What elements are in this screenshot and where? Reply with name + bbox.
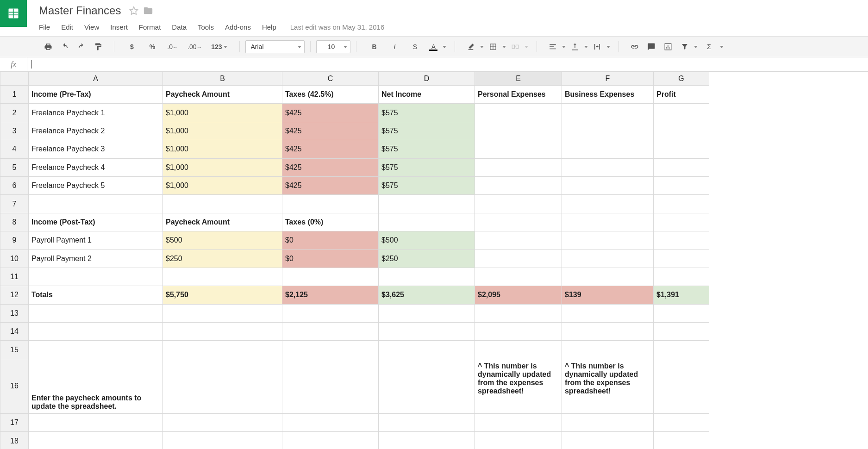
cell[interactable] [379,341,475,359]
cell[interactable]: $5,750 [163,286,282,304]
cell[interactable] [475,268,562,286]
cell[interactable] [562,104,654,122]
cell[interactable]: ^ This number is dynamically updated fro… [475,359,562,413]
insert-chart-icon[interactable] [661,40,675,53]
cell[interactable]: Payroll Payment 2 [29,249,163,268]
cell[interactable] [379,432,475,449]
cell[interactable]: Payroll Payment 1 [29,231,163,249]
cell[interactable] [29,323,163,341]
cell[interactable] [654,304,709,322]
col-header-B[interactable]: B [163,72,282,86]
cell[interactable]: Paycheck Amount [163,86,282,104]
cell[interactable]: $2,095 [475,286,562,304]
col-header-A[interactable]: A [29,72,163,86]
col-header-G[interactable]: G [654,72,709,86]
percent-format-button[interactable]: % [143,40,162,53]
row-header[interactable]: 16 [0,359,29,413]
row-header[interactable]: 13 [0,304,29,322]
cell[interactable]: $575 [379,158,475,176]
currency-format-button[interactable]: $ [123,40,141,53]
row-header[interactable]: 1 [0,86,29,104]
more-formats-button[interactable]: 123 [207,40,231,53]
cell[interactable] [379,195,475,213]
cell[interactable] [475,249,562,268]
cell[interactable]: $1,000 [163,176,282,194]
cell[interactable] [475,176,562,194]
cell[interactable]: $1,000 [163,158,282,176]
menu-addons[interactable]: Add-ons [219,21,256,33]
document-title[interactable]: Master Finances [39,4,121,17]
cell[interactable]: Paycheck Amount [163,213,282,231]
horizontal-align-icon[interactable] [545,40,560,53]
cell[interactable]: Totals [29,286,163,304]
cell[interactable] [562,122,654,140]
cell[interactable] [654,432,709,449]
col-header-D[interactable]: D [379,72,475,86]
cell[interactable]: Taxes (42.5%) [282,86,379,104]
cell[interactable] [282,414,379,432]
insert-link-icon[interactable] [627,40,642,53]
cell[interactable] [475,323,562,341]
cell[interactable] [475,122,562,140]
cell[interactable] [562,249,654,268]
row-header[interactable]: 4 [0,140,29,158]
cell[interactable]: Freelance Paycheck 3 [29,140,163,158]
cell[interactable]: $139 [562,286,654,304]
cell[interactable] [562,213,654,231]
borders-icon[interactable] [486,40,500,53]
cell[interactable] [654,341,709,359]
cell[interactable] [163,268,282,286]
formula-input[interactable] [27,57,868,71]
cell[interactable]: $500 [379,231,475,249]
increase-decimal-button[interactable]: .00→ [184,40,206,53]
cell[interactable] [379,268,475,286]
menu-help[interactable]: Help [256,21,282,33]
cell[interactable] [163,414,282,432]
cell[interactable] [475,341,562,359]
cell[interactable] [379,359,475,413]
row-header[interactable]: 3 [0,122,29,140]
cell[interactable]: $575 [379,140,475,158]
cell[interactable] [562,341,654,359]
cell[interactable]: $575 [379,122,475,140]
cell[interactable]: Income (Pre-Tax) [29,86,163,104]
cell[interactable] [475,140,562,158]
cell[interactable] [379,323,475,341]
spreadsheet-area[interactable]: A B C D E F G 1 Income (Pre-Tax) Paychec… [0,72,868,449]
cell[interactable] [379,304,475,322]
cell[interactable]: $0 [282,231,379,249]
cell[interactable]: $425 [282,158,379,176]
cell[interactable]: Freelance Paycheck 5 [29,176,163,194]
undo-icon[interactable] [57,40,72,53]
cell[interactable] [29,195,163,213]
cell[interactable] [163,341,282,359]
cell[interactable] [562,158,654,176]
fill-color-icon[interactable] [463,40,478,53]
cell[interactable] [654,249,709,268]
cell[interactable]: ^ This number is dynamically updated fro… [562,359,654,413]
cell[interactable] [654,268,709,286]
redo-icon[interactable] [74,40,89,53]
cell[interactable]: $0 [282,249,379,268]
cell[interactable] [379,213,475,231]
text-color-button[interactable]: A [426,40,441,53]
cell[interactable] [562,304,654,322]
cell[interactable]: $425 [282,140,379,158]
app-logo[interactable] [0,0,27,27]
row-header[interactable]: 12 [0,286,29,304]
row-header[interactable]: 8 [0,213,29,231]
row-header[interactable]: 14 [0,323,29,341]
cell[interactable] [475,158,562,176]
decrease-decimal-button[interactable]: .0← [163,40,182,53]
cell[interactable]: Business Expenses [562,86,654,104]
cell[interactable]: $575 [379,176,475,194]
cell[interactable]: $575 [379,104,475,122]
cell[interactable] [654,213,709,231]
cell[interactable] [29,304,163,322]
cell[interactable] [475,104,562,122]
merge-cells-icon[interactable] [508,40,523,53]
cell[interactable] [654,158,709,176]
cell[interactable]: Freelance Paycheck 4 [29,158,163,176]
cell[interactable] [282,432,379,449]
cell[interactable] [562,268,654,286]
